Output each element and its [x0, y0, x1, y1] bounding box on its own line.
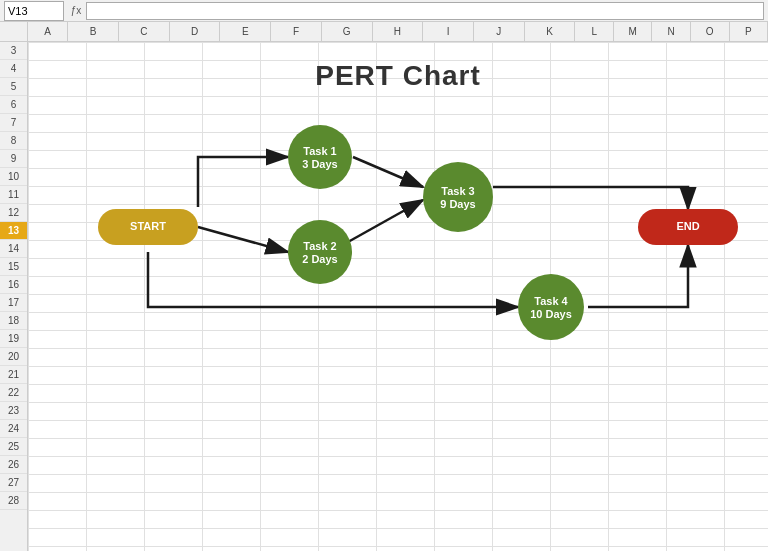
- row-9: 9: [0, 150, 27, 168]
- col-i: I: [423, 22, 474, 41]
- cell-name-box[interactable]: V13: [4, 1, 64, 21]
- task3-label2: 9 Days: [440, 198, 475, 210]
- arrow-task3-end: [493, 187, 688, 209]
- pert-diagram: START Task 1 3 Days Task 2 2 Days Task 3…: [68, 97, 768, 357]
- col-j: J: [474, 22, 525, 41]
- col-n: N: [652, 22, 691, 41]
- row-13: 13: [0, 222, 27, 240]
- row-11: 11: [0, 186, 27, 204]
- row-21: 21: [0, 366, 27, 384]
- end-label: END: [676, 220, 699, 232]
- row-25: 25: [0, 438, 27, 456]
- excel-toolbar: V13 ƒx: [0, 0, 768, 22]
- col-b: B: [68, 22, 119, 41]
- row-26: 26: [0, 456, 27, 474]
- col-f: F: [271, 22, 322, 41]
- row-7: 7: [0, 114, 27, 132]
- row-19: 19: [0, 330, 27, 348]
- row-20: 20: [0, 348, 27, 366]
- row-12: 12: [0, 204, 27, 222]
- formula-icon: ƒx: [68, 1, 84, 21]
- start-label: START: [130, 220, 166, 232]
- arrow-start-task1: [198, 157, 288, 207]
- col-l: L: [575, 22, 614, 41]
- row-5: 5: [0, 78, 27, 96]
- col-h: H: [373, 22, 424, 41]
- col-m: M: [614, 22, 653, 41]
- col-e: E: [220, 22, 271, 41]
- col-p: P: [730, 22, 769, 41]
- row-22: 22: [0, 384, 27, 402]
- col-c: C: [119, 22, 170, 41]
- row-28: 28: [0, 492, 27, 510]
- chart-title: PERT Chart: [28, 60, 768, 92]
- row-8: 8: [0, 132, 27, 150]
- col-k: K: [525, 22, 576, 41]
- col-a: A: [28, 22, 68, 41]
- task1-label1: Task 1: [303, 145, 336, 157]
- task1-label2: 3 Days: [302, 158, 337, 170]
- chart-area: PERT Chart: [28, 42, 768, 551]
- row-24: 24: [0, 420, 27, 438]
- task4-label2: 10 Days: [530, 308, 572, 320]
- arrow-task4-end: [588, 245, 688, 307]
- task2-label1: Task 2: [303, 240, 336, 252]
- cell-reference: V13: [8, 5, 28, 17]
- row-3: 3: [0, 42, 27, 60]
- col-d: D: [170, 22, 221, 41]
- column-headers: A B C D E F G H I J K L M N O P: [28, 22, 768, 42]
- col-o: O: [691, 22, 730, 41]
- corner-cell: [0, 22, 27, 42]
- task4-label1: Task 4: [534, 295, 568, 307]
- row-4: 4: [0, 60, 27, 78]
- row-6: 6: [0, 96, 27, 114]
- row-17: 17: [0, 294, 27, 312]
- arrow-task2-task3: [348, 200, 423, 242]
- row-16: 16: [0, 276, 27, 294]
- spreadsheet-area: A B C D E F G H I J K L M N O P PERT Cha…: [28, 22, 768, 551]
- col-g: G: [322, 22, 373, 41]
- row-10: 10: [0, 168, 27, 186]
- task2-label2: 2 Days: [302, 253, 337, 265]
- grid-container: 3 4 5 6 7 8 9 10 11 12 13 14 15 16 17 18…: [0, 22, 768, 551]
- row-numbers: 3 4 5 6 7 8 9 10 11 12 13 14 15 16 17 18…: [0, 22, 28, 551]
- row-18: 18: [0, 312, 27, 330]
- arrow-task1-task3: [353, 157, 423, 187]
- arrow-start-task2: [198, 227, 288, 252]
- formula-bar[interactable]: [86, 2, 764, 20]
- row-27: 27: [0, 474, 27, 492]
- row-23: 23: [0, 402, 27, 420]
- row-14: 14: [0, 240, 27, 258]
- row-15: 15: [0, 258, 27, 276]
- task3-label1: Task 3: [441, 185, 474, 197]
